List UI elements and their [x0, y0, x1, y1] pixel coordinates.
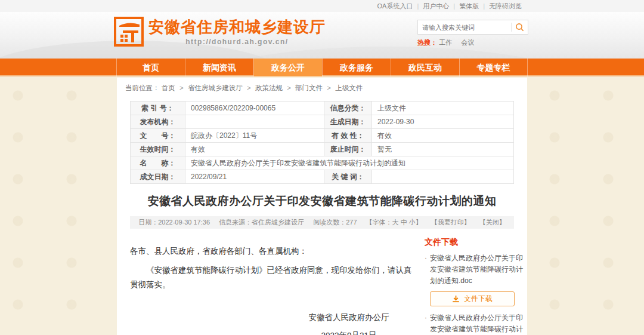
- site-brand[interactable]: 安徽省住房和城乡建设厅 http://dohurd.ah.gov.cn/: [113, 16, 326, 47]
- validity-label: 有 效 性：: [324, 129, 372, 143]
- breadcrumb-home[interactable]: 首页: [162, 84, 175, 91]
- nav-item-interaction[interactable]: 政民互动: [391, 59, 459, 76]
- topbar-link-user-center[interactable]: 用户中心: [423, 2, 449, 11]
- site-logo-icon: [113, 16, 144, 47]
- info-category-value: 上级文件: [372, 102, 514, 115]
- article-paragraph-main: 《安徽省建筑节能降碳行动计划》已经省政府同意，现印发给你们，请认真贯彻落实。: [130, 263, 415, 292]
- document-name-value: 安徽省人民政府办公厅关于印发安徽省建筑节能降碳行动计划的通知: [185, 156, 514, 170]
- content-panel: 当前位置： 首页 > 省住房城乡建设厅 > 政策法规 > 部门文件 > 上级文件…: [117, 78, 527, 335]
- download-icon: [452, 295, 460, 303]
- download-file-doc[interactable]: 安徽省人民政府办公厅关于印发安徽省建筑节能降碳行动计划的通知.doc: [425, 253, 527, 287]
- breadcrumb-separator: >: [327, 84, 331, 91]
- search-button[interactable]: [512, 20, 528, 34]
- hot-search-label: 热搜：: [417, 39, 437, 46]
- breadcrumb-dept-files[interactable]: 部门文件: [295, 84, 323, 91]
- validity-value: 有效: [372, 129, 514, 143]
- effective-time-value: 有效: [185, 143, 324, 156]
- topbar-link-oa[interactable]: OA系统入口: [377, 2, 413, 11]
- generated-date-label: 生成日期：: [324, 115, 372, 129]
- table-row: 发布机构： 生成日期： 2022-09-30: [131, 115, 514, 129]
- nav-item-gov-disclosure[interactable]: 政务公开: [253, 59, 322, 76]
- brand-text: 安徽省住房和城乡建设厅 http://dohurd.ah.gov.cn/: [148, 16, 326, 47]
- table-row: 生效时间： 有效 废止时间： 暂无: [131, 143, 514, 156]
- main-nav: 首页 新闻资讯 政务公开 政务服务 政民互动 专题专栏: [0, 59, 644, 76]
- download-section-title: 文件下载: [425, 237, 527, 248]
- document-name-label: 名 称：: [131, 156, 185, 170]
- download-file-pdf[interactable]: 安徽省人民政府办公厅关于印发安徽省建筑节能降碳行动计划的通知.pdf: [425, 312, 527, 335]
- table-row: 索 引 号： 00298586X/202209-00065 信息分类： 上级文件: [131, 102, 514, 115]
- print-button[interactable]: 【我要打印】: [431, 219, 470, 226]
- site-header: 安徽省住房和城乡建设厅 http://dohurd.ah.gov.cn/ 热搜：…: [0, 12, 644, 59]
- main-nav-inner: 首页 新闻资讯 政务公开 政务服务 政民互动 专题专栏: [116, 59, 528, 76]
- topbar-separator: |: [483, 2, 485, 10]
- breadcrumb-superior-files[interactable]: 上级文件: [335, 84, 363, 91]
- breadcrumb-separator: >: [179, 84, 184, 91]
- topbar-separator: |: [453, 2, 455, 10]
- issuing-agency-value: [185, 115, 324, 129]
- breadcrumb-separator: >: [247, 84, 251, 91]
- written-date-value: 2022/09/21: [185, 170, 324, 184]
- close-button[interactable]: 【关闭】: [479, 219, 506, 226]
- table-row: 成文日期： 2022/09/21 关 键 词：: [131, 170, 514, 184]
- article-date: 日期：2022-09-30 17:36: [138, 219, 210, 226]
- hot-search-link-work[interactable]: 工作: [439, 39, 452, 46]
- breadcrumb-prefix: 当前位置：: [125, 84, 160, 91]
- document-number-label: 文 号：: [131, 129, 185, 143]
- nav-item-news[interactable]: 新闻资讯: [185, 59, 253, 76]
- breadcrumb: 当前位置： 首页 > 省住房城乡建设厅 > 政策法规 > 部门文件 > 上级文件: [117, 78, 527, 96]
- article-paragraph-salutation: 各市、县人民政府，省政府各部门、各直属机构：: [130, 244, 415, 259]
- repeal-time-value: 暂无: [372, 143, 514, 156]
- article-read-count: 阅读次数：277: [313, 219, 357, 226]
- document-number-value: 皖政办〔2022〕11号: [185, 129, 324, 143]
- breadcrumb-department[interactable]: 省住房城乡建设厅: [188, 84, 243, 91]
- topbar-link-traditional[interactable]: 繁体版: [459, 2, 479, 11]
- signature-date: 2022年9月21日: [292, 330, 405, 335]
- article-source: 信息来源：省住房城乡建设厅: [219, 219, 304, 226]
- font-size-control[interactable]: 【字体：大 中 小】: [366, 219, 422, 226]
- topbar-link-accessibility[interactable]: 无障碍浏览: [489, 2, 522, 11]
- nav-item-home[interactable]: 首页: [116, 59, 185, 76]
- nav-item-special-columns[interactable]: 专题专栏: [459, 59, 528, 76]
- article-body: 各市、县人民政府，省政府各部门、各直属机构： 《安徽省建筑节能降碳行动计划》已经…: [130, 235, 415, 335]
- topbar-separator: |: [417, 2, 419, 10]
- download-sidebar: 文件下载 安徽省人民政府办公厅关于印发安徽省建筑节能降碳行动计划的通知.doc …: [425, 235, 527, 335]
- search-input[interactable]: [418, 24, 511, 31]
- content-row: 各市、县人民政府，省政府各部门、各直属机构： 《安徽省建筑节能降碳行动计划》已经…: [117, 229, 527, 335]
- keywords-label: 关 键 词：: [324, 170, 372, 184]
- article-meta-bar: 日期：2022-09-30 17:36 信息来源：省住房城乡建设厅 阅读次数：2…: [130, 216, 514, 229]
- index-number-label: 索 引 号：: [131, 102, 185, 115]
- keywords-value: [372, 170, 514, 184]
- generated-date-value: 2022-09-30: [372, 115, 514, 129]
- signature-office: 安徽省人民政府办公厅: [292, 312, 405, 323]
- table-row: 文 号： 皖政办〔2022〕11号 有 效 性： 有效: [131, 129, 514, 143]
- download-button-doc[interactable]: 文件下载: [430, 291, 515, 306]
- hot-search-row: 热搜： 工作 会议: [417, 38, 528, 47]
- breadcrumb-separator: >: [287, 84, 291, 91]
- hot-search-link-meeting[interactable]: 会议: [461, 39, 474, 46]
- signature-block: 安徽省人民政府办公厅 2022年9月21日: [292, 312, 405, 335]
- nav-item-gov-services[interactable]: 政务服务: [322, 59, 391, 76]
- site-url: http://dohurd.ah.gov.cn/: [148, 38, 326, 46]
- magnifier-icon: [515, 23, 524, 32]
- site-title: 安徽省住房和城乡建设厅: [148, 17, 326, 36]
- effective-time-label: 生效时间：: [131, 143, 185, 156]
- index-number-value: 00298586X/202209-00065: [185, 102, 324, 115]
- written-date-label: 成文日期：: [131, 170, 185, 184]
- info-category-label: 信息分类：: [324, 102, 372, 115]
- article-title: 安徽省人民政府办公厅关于印发安徽省建筑节能降碳行动计划的通知: [135, 193, 509, 209]
- document-info-table: 索 引 号： 00298586X/202209-00065 信息分类： 上级文件…: [130, 101, 514, 184]
- issuing-agency-label: 发布机构：: [131, 115, 185, 129]
- top-utility-bar: OA系统入口 | 用户中心 | 繁体版 | 无障碍浏览: [0, 0, 644, 12]
- search-box: [417, 20, 528, 35]
- breadcrumb-policies[interactable]: 政策法规: [255, 84, 283, 91]
- search-area: 热搜： 工作 会议: [417, 20, 528, 47]
- download-button-label: 文件下载: [464, 294, 493, 304]
- repeal-time-label: 废止时间：: [324, 143, 372, 156]
- table-row: 名 称： 安徽省人民政府办公厅关于印发安徽省建筑节能降碳行动计划的通知: [131, 156, 514, 170]
